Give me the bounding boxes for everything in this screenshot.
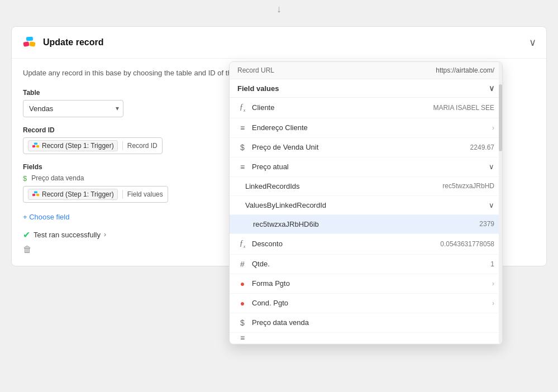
dropdown-item-forma-pgto-arrow-icon: › bbox=[492, 280, 494, 288]
dropdown-item-preco-data-label: Preço data venda bbox=[252, 318, 309, 327]
down-arrow: ↓ bbox=[0, 0, 558, 15]
success-check-icon: ✔ bbox=[23, 230, 30, 240]
svg-rect-6 bbox=[34, 142, 37, 145]
test-arrow-icon[interactable]: › bbox=[104, 231, 106, 238]
dropdown-item-cliente-label: Cliente bbox=[252, 103, 274, 112]
dropdown-item-rec5twzx-label: rec5twzxaJRbHD6ib bbox=[253, 220, 319, 228]
field-values-dropdown: Record URL https://airtable.com/ Field v… bbox=[229, 61, 503, 345]
select-icon-cond-pgto: ● bbox=[237, 299, 247, 308]
currency-icon: $ bbox=[23, 174, 27, 183]
dropdown-item-desconto-left: ƒx Desconto bbox=[237, 239, 283, 249]
linked-icon-endereco: ≡ bbox=[237, 123, 247, 132]
test-label: Test ran successfully bbox=[34, 231, 101, 239]
dropdown-item-cond-pgto-label: Cond. Pgto bbox=[252, 299, 288, 307]
choose-field-link[interactable]: + Choose field bbox=[23, 213, 69, 221]
dropdown-item-preco-venda[interactable]: $ Preço de Venda Unit 2249.67 bbox=[230, 138, 502, 157]
record-url-header: Record URL https://airtable.com/ bbox=[230, 62, 502, 79]
dropdown-item-preco-venda-label: Preço de Venda Unit bbox=[252, 143, 318, 151]
dropdown-item-preco-venda-value: 2249.67 bbox=[470, 144, 494, 151]
currency-icon-preco-venda: $ bbox=[237, 143, 247, 152]
field-token-airtable-icon bbox=[32, 190, 40, 198]
field-values-header-label: Field values bbox=[237, 84, 279, 93]
dropdown-item-preco-venda-left: $ Preço de Venda Unit bbox=[237, 143, 318, 152]
values-by-linked-chevron-icon: ∨ bbox=[489, 201, 494, 209]
dropdown-item-endereco[interactable]: ≡ Endereço Cliente › bbox=[230, 118, 502, 138]
dropdown-item-qtde[interactable]: # Qtde. 1 bbox=[230, 255, 502, 274]
field-name: Preço data venda bbox=[31, 174, 84, 182]
panel-title: Update record bbox=[43, 37, 103, 47]
dropdown-item-cond-pgto-left: ● Cond. Pgto bbox=[237, 299, 288, 308]
token-separator bbox=[122, 141, 123, 150]
field-step-token: Record (Step 1: Trigger) bbox=[28, 189, 118, 200]
dropdown-item-desconto-label: Desconto bbox=[252, 240, 283, 248]
dropdown-item-partial[interactable]: ≡ bbox=[230, 333, 502, 344]
dropdown-item-values-by-linked-label: ValuesByLinkedRecordId bbox=[245, 201, 326, 209]
dropdown-item-partial-left: ≡ bbox=[237, 333, 247, 342]
dropdown-item-preco-data-left: $ Preço data venda bbox=[237, 318, 309, 327]
record-url-label: Record URL bbox=[237, 66, 274, 74]
field-step-token-label: Record (Step 1: Trigger) bbox=[42, 190, 114, 198]
dropdown-item-cliente[interactable]: ƒx Cliente MARIA ISABEL SEE bbox=[230, 98, 502, 118]
dropdown-item-qtde-label: Qtde. bbox=[252, 260, 270, 268]
dropdown-item-forma-pgto[interactable]: ● Forma Pgto › bbox=[230, 274, 502, 294]
field-token-separator bbox=[122, 190, 123, 199]
record-step-token: Record (Step 1: Trigger) bbox=[28, 140, 118, 151]
dropdown-item-linked-ids-value: rec5twzxaJRbHD bbox=[442, 182, 494, 190]
dropdown-item-forma-pgto-left: ● Forma Pgto bbox=[237, 279, 290, 288]
dropdown-list: ƒx Cliente MARIA ISABEL SEE ≡ Endereço C… bbox=[230, 98, 502, 344]
scrollbar-thumb[interactable] bbox=[499, 84, 502, 151]
scrollbar-track bbox=[499, 62, 502, 344]
svg-rect-5 bbox=[36, 145, 39, 147]
dropdown-item-rec5twzx-left: rec5twzxaJRbHD6ib bbox=[253, 220, 319, 228]
table-select-wrapper: Vendas ▾ bbox=[23, 100, 123, 117]
collapse-icon[interactable]: ∨ bbox=[529, 36, 536, 49]
dropdown-item-qtde-value: 1 bbox=[490, 260, 494, 268]
currency-icon-preco-data: $ bbox=[237, 318, 247, 327]
panel-header-left: Update record bbox=[22, 35, 103, 50]
dropdown-item-linked-ids-left: LinkedRecordIds bbox=[245, 182, 300, 190]
svg-rect-7 bbox=[32, 193, 36, 196]
preco-atual-chevron-icon: ∨ bbox=[489, 162, 494, 171]
dropdown-item-forma-pgto-label: Forma Pgto bbox=[252, 279, 290, 288]
dropdown-item-endereco-arrow-icon: › bbox=[492, 124, 494, 132]
dropdown-item-rec5twzx-value: 2379 bbox=[479, 220, 494, 228]
token-airtable-icon bbox=[32, 142, 40, 150]
field-values-token-row[interactable]: Record (Step 1: Trigger) Field values bbox=[23, 186, 168, 203]
formula-icon-desconto: ƒx bbox=[237, 239, 247, 249]
svg-rect-1 bbox=[23, 41, 29, 47]
dropdown-item-endereco-left: ≡ Endereço Cliente bbox=[237, 123, 308, 132]
dropdown-item-desconto[interactable]: ƒx Desconto 0.0543631778058 bbox=[230, 234, 502, 255]
svg-rect-9 bbox=[34, 191, 37, 193]
svg-rect-8 bbox=[36, 193, 39, 196]
field-values-chevron-icon: ∨ bbox=[489, 84, 494, 93]
dropdown-item-preco-atual-label: Preço atual bbox=[252, 162, 289, 171]
dropdown-item-preco-atual-left: ≡ Preço atual bbox=[237, 162, 289, 171]
record-id-token-label: Record ID bbox=[127, 142, 158, 150]
dropdown-item-desconto-value: 0.0543631778058 bbox=[440, 240, 494, 248]
dropdown-item-rec5twzx[interactable]: rec5twzxaJRbHD6ib 2379 bbox=[230, 215, 502, 234]
dropdown-item-values-by-linked-left: ValuesByLinkedRecordId bbox=[245, 201, 326, 209]
select-icon-forma-pgto: ● bbox=[237, 279, 247, 288]
dropdown-item-preco-data[interactable]: $ Preço data venda bbox=[230, 313, 502, 333]
field-values-token-label: Field values bbox=[127, 190, 163, 198]
svg-rect-4 bbox=[32, 145, 36, 147]
dropdown-item-values-by-linked[interactable]: ValuesByLinkedRecordId ∨ bbox=[230, 196, 502, 215]
dropdown-item-cond-pgto[interactable]: ● Cond. Pgto › bbox=[230, 294, 502, 313]
record-url-value: https://airtable.com/ bbox=[436, 66, 494, 74]
formula-icon-cliente: ƒx bbox=[237, 103, 247, 113]
dropdown-item-endereco-label: Endereço Cliente bbox=[252, 123, 308, 132]
airtable-logo-icon bbox=[22, 35, 37, 50]
dropdown-item-linked-ids[interactable]: LinkedRecordIds rec5twzxaJRbHD bbox=[230, 177, 502, 196]
dropdown-item-preco-atual[interactable]: ≡ Preço atual ∨ bbox=[230, 157, 502, 177]
record-id-token-row[interactable]: Record (Step 1: Trigger) Record ID bbox=[23, 137, 163, 154]
svg-rect-2 bbox=[29, 41, 35, 46]
field-values-header[interactable]: Field values ∨ bbox=[230, 79, 502, 98]
record-step-token-label: Record (Step 1: Trigger) bbox=[42, 142, 114, 150]
panel-header: Update record ∨ bbox=[12, 27, 546, 59]
dropdown-item-qtde-left: # Qtde. bbox=[237, 260, 270, 269]
dropdown-item-cliente-left: ƒx Cliente bbox=[237, 103, 274, 113]
table-select[interactable]: Vendas bbox=[23, 100, 123, 117]
svg-rect-3 bbox=[26, 37, 33, 41]
linked-icon-preco-atual: ≡ bbox=[237, 162, 247, 171]
dropdown-item-cond-pgto-arrow-icon: › bbox=[492, 299, 494, 307]
